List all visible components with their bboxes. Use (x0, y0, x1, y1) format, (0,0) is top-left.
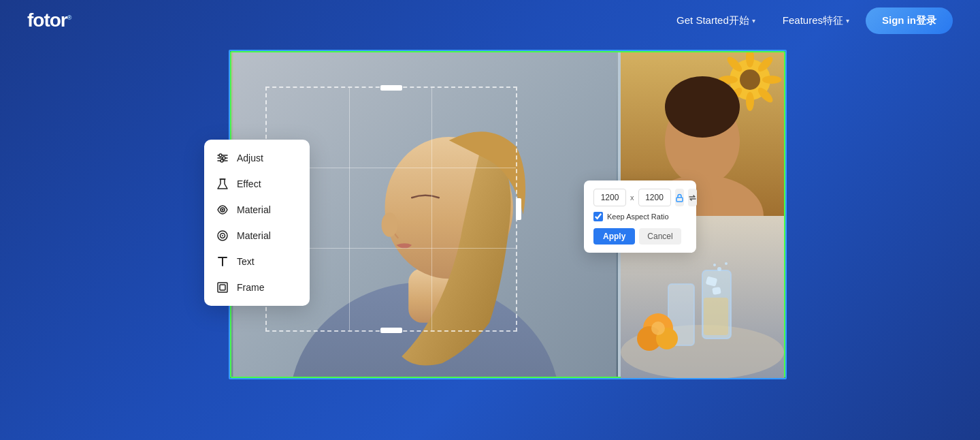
text-label: Text (237, 256, 255, 267)
svg-point-47 (222, 235, 223, 236)
sign-in-label: Sign in登录 (882, 14, 936, 26)
cancel-button[interactable]: Cancel (639, 228, 681, 245)
text-icon (216, 255, 229, 268)
apply-label: Apply (603, 232, 625, 241)
nav-right: Get Started开始 ▾ Features特征 ▾ Sign in登录 (666, 7, 953, 34)
menu-item-text[interactable]: Text (204, 249, 310, 274)
frame-icon (216, 281, 229, 294)
svg-point-34 (725, 262, 728, 265)
effect-label: Effect (237, 178, 261, 189)
svg-point-20 (665, 76, 740, 138)
resize-panel: x Keep Aspect Ratio Apply Cancel (584, 180, 696, 253)
svg-point-10 (762, 76, 781, 84)
keep-aspect-row: Keep Aspect Ratio (593, 212, 687, 221)
material1-icon (216, 204, 229, 216)
svg-point-32 (651, 321, 665, 335)
features-chevron-icon: ▾ (846, 17, 849, 25)
svg-point-12 (746, 92, 754, 111)
features-label: Features特征 (783, 14, 843, 27)
adjust-icon (216, 152, 229, 164)
crop-handle-right[interactable] (516, 198, 521, 220)
menu-item-frame[interactable]: Frame (204, 274, 310, 300)
menu-item-material1[interactable]: Material (204, 197, 310, 223)
keep-aspect-checkbox[interactable] (593, 212, 603, 221)
resize-actions-row: Apply Cancel (593, 228, 687, 245)
svg-point-7 (740, 69, 760, 90)
lock-icon (675, 193, 684, 202)
sign-in-button[interactable]: Sign in登录 (866, 7, 953, 34)
svg-point-35 (713, 264, 716, 266)
get-started-label: Get Started开始 (676, 14, 749, 27)
svg-point-44 (222, 209, 224, 211)
crop-grid-line-v1 (349, 88, 350, 330)
height-input[interactable] (638, 189, 671, 206)
svg-rect-50 (218, 283, 227, 292)
menu-item-effect[interactable]: Effect (204, 171, 310, 197)
material1-label: Material (237, 204, 271, 215)
menu-item-material2[interactable]: Material (204, 223, 310, 249)
get-started-chevron-icon: ▾ (752, 17, 755, 25)
svg-point-33 (717, 267, 721, 271)
context-menu-panel: Adjust Effect Material (204, 140, 310, 306)
svg-point-41 (220, 159, 223, 162)
logo-text: fotor® (27, 10, 71, 31)
features-button[interactable]: Features特征 ▾ (772, 9, 860, 33)
svg-point-40 (223, 157, 225, 159)
dimension-separator: x (630, 193, 634, 202)
svg-rect-52 (676, 198, 683, 202)
resize-dimensions-row: x (593, 189, 687, 206)
svg-point-39 (219, 154, 222, 157)
header: fotor® Get Started开始 ▾ Features特征 ▾ Sign… (0, 0, 980, 41)
canvas-area (230, 51, 785, 378)
svg-rect-51 (220, 285, 225, 290)
material2-icon (216, 230, 229, 242)
apply-button[interactable]: Apply (593, 228, 635, 245)
get-started-button[interactable]: Get Started开始 ▾ (666, 9, 766, 33)
cancel-label: Cancel (647, 232, 672, 241)
svg-rect-27 (704, 298, 728, 335)
lock-aspect-button[interactable] (675, 189, 684, 206)
frame-label: Frame (237, 282, 264, 293)
effect-icon (216, 178, 229, 190)
swap-icon (688, 193, 697, 202)
menu-item-adjust[interactable]: Adjust (204, 145, 310, 171)
keep-aspect-label: Keep Aspect Ratio (607, 213, 669, 221)
adjust-label: Adjust (237, 153, 263, 163)
width-input[interactable] (593, 189, 626, 206)
crop-grid-line-v2 (431, 88, 432, 330)
logo: fotor® (27, 10, 71, 31)
swap-dimensions-button[interactable] (688, 189, 697, 206)
material2-label: Material (237, 230, 271, 241)
